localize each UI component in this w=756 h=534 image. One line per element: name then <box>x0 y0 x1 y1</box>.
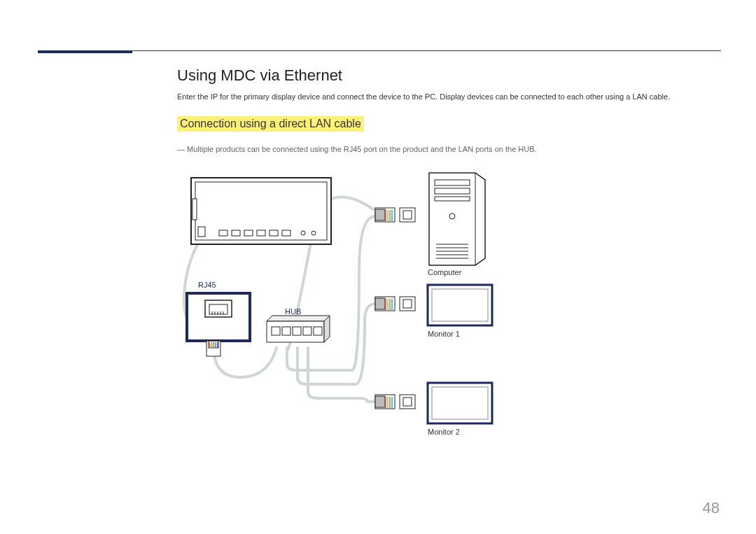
note-text: ― Multiple products can be connected usi… <box>187 145 723 153</box>
label-hub: HUB <box>285 307 301 316</box>
monitor-2 <box>428 383 492 423</box>
label-rj45: RJ45 <box>198 281 216 289</box>
page-content: Using MDC via Ethernet Enter the IP for … <box>177 66 723 454</box>
svg-rect-53 <box>428 285 492 325</box>
connection-diagram: RJ45 HUB Computer Monitor 1 Monitor 2 <box>177 160 499 454</box>
label-computer: Computer <box>428 268 461 276</box>
svg-rect-29 <box>375 209 385 220</box>
svg-rect-63 <box>428 383 492 423</box>
header-rule-accent <box>38 50 132 53</box>
svg-rect-10 <box>192 199 197 220</box>
svg-rect-22 <box>267 321 324 342</box>
plug-monitor1 <box>375 297 415 311</box>
svg-rect-56 <box>375 396 385 407</box>
section-title: Using MDC via Ethernet <box>177 66 723 85</box>
plug-computer <box>375 208 415 222</box>
hub-device <box>267 316 330 342</box>
monitor-1 <box>428 285 492 325</box>
label-monitor1: Monitor 1 <box>428 330 460 338</box>
subsection-title: Connection using a direct LAN cable <box>177 116 364 132</box>
page-number: 48 <box>703 499 720 517</box>
svg-rect-51 <box>400 297 415 311</box>
svg-rect-0 <box>191 178 331 244</box>
note-dash-icon: ― <box>177 145 185 153</box>
device-back-panel <box>191 178 331 244</box>
computer-tower <box>429 173 485 265</box>
rj45-product <box>187 293 250 356</box>
note-text-content: Multiple products can be connected using… <box>187 145 537 153</box>
label-monitor2: Monitor 2 <box>428 428 460 436</box>
svg-rect-11 <box>198 227 205 237</box>
svg-rect-61 <box>400 395 415 409</box>
svg-rect-46 <box>375 298 385 309</box>
svg-rect-34 <box>400 208 415 222</box>
plug-monitor2 <box>375 395 415 409</box>
header-rule <box>38 50 721 51</box>
intro-text: Enter the IP for the primary display dev… <box>177 92 723 102</box>
